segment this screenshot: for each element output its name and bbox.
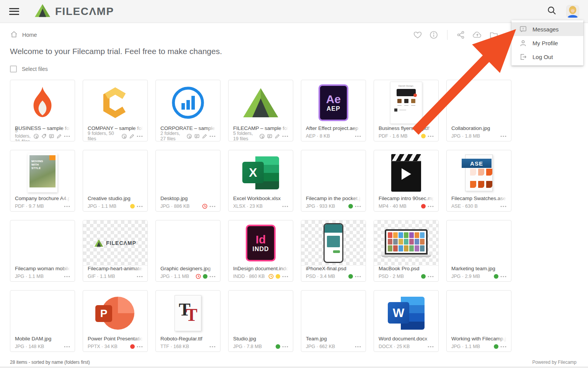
file-card[interactable]: Filecamp in the pocket.jpg JPG · 933 KB (301, 150, 366, 212)
more-actions-icon[interactable] (355, 135, 361, 137)
more-actions-icon[interactable] (355, 346, 361, 348)
powerpoint-file-icon: P (95, 295, 135, 331)
file-card[interactable]: Desktop.jpg JPG · 886 KB (155, 150, 220, 212)
more-actions-icon[interactable] (64, 276, 70, 278)
more-actions-icon[interactable] (500, 205, 506, 207)
file-status-actions (494, 344, 506, 349)
more-actions-icon[interactable] (282, 135, 288, 137)
font-file-icon: TT (175, 295, 201, 331)
tag-icon[interactable] (41, 133, 47, 139)
more-actions-icon[interactable] (500, 346, 506, 348)
file-thumbnail: MOVING WITH STYLE (10, 150, 75, 196)
more-actions-icon[interactable] (500, 276, 506, 278)
home-icon[interactable] (10, 30, 18, 40)
more-actions-icon[interactable] (428, 135, 434, 137)
palette-icon[interactable] (259, 133, 265, 139)
more-actions-icon[interactable] (355, 205, 361, 207)
file-card[interactable]: Graphic designers.jpg JPG · 1.1 MB (155, 220, 220, 282)
account-dropdown-menu: Messages My Profile Log Out (511, 20, 583, 66)
more-actions-icon[interactable] (137, 346, 143, 348)
file-status-actions (137, 276, 143, 278)
file-card[interactable]: Mobile DAM.jpg JPG · 148 KB (10, 290, 75, 352)
file-card[interactable]: Studio.jpg JPG · 7.8 MB (228, 290, 293, 352)
breadcrumb: Home (10, 30, 578, 40)
company-cube-icon (98, 85, 133, 120)
more-actions-icon[interactable] (137, 276, 143, 278)
comment-icon[interactable] (267, 133, 273, 139)
filecamp-logo[interactable]: FILECΛMP (34, 4, 114, 19)
file-card[interactable]: Filecamp intro 90sec.mp4 MP4 · 40 MB (374, 150, 439, 212)
more-actions-icon[interactable] (64, 135, 70, 137)
photo-thumbnail (234, 295, 288, 331)
file-card[interactable]: FILECAMP – sample folder 5 folders, 19 f… (228, 80, 293, 141)
file-card[interactable]: iPhoneX-final.psd PSD · 3.4 MB (301, 220, 366, 282)
file-card[interactable]: Working with Filecamp.jpg JPG · 1.1 MB (446, 290, 511, 352)
status-dot-yellow (421, 134, 426, 138)
file-meta: 2 folders, 27 files (160, 131, 186, 141)
info-icon[interactable] (429, 30, 438, 39)
more-actions-icon[interactable] (355, 276, 361, 278)
file-card[interactable]: COMPANY – sample folder 9 folders, 50 fi… (83, 80, 148, 141)
file-card[interactable]: Danish Design. Business flyers A4.pdf PD… (374, 80, 439, 141)
menu-item-messages[interactable]: Messages (511, 22, 583, 36)
file-card[interactable]: Creative studio.jpg JPG · 1.1 MB (83, 150, 148, 212)
file-card[interactable]: AeAEP After Effect project.aep AEP · 8 K… (301, 80, 366, 141)
more-actions-icon[interactable] (500, 135, 506, 137)
file-card[interactable]: ASE Filecamp Swatches.ase ASE · 630 B (446, 150, 511, 212)
more-actions-icon[interactable] (64, 346, 70, 348)
share-icon[interactable] (456, 30, 466, 39)
file-card[interactable]: FILECΛMP Filecamp-heart-animated.gif GIF… (83, 220, 148, 282)
upload-cloud-icon[interactable] (472, 30, 482, 39)
file-card[interactable]: IdINDD InDesign document.indd INDD · 860… (228, 220, 293, 282)
comment-icon[interactable] (194, 133, 200, 139)
select-files-checkbox[interactable] (10, 66, 17, 72)
comment-icon[interactable] (49, 133, 54, 139)
file-card[interactable]: W Word document.docx DOCX · 25 KB (374, 290, 439, 352)
more-actions-icon[interactable] (428, 205, 434, 207)
file-card[interactable]: Filecamp woman mobile.jpg JPG · 1.1 MB (10, 220, 75, 282)
file-card[interactable]: MacBook Pro.psd PSD · 2 MB (374, 220, 439, 282)
file-meta: TTF · 168 KB (160, 344, 189, 349)
menu-item-log-out[interactable]: Log Out (511, 50, 583, 64)
file-card[interactable]: P Power Point Presentation.pptx PPTX · 3… (83, 290, 148, 352)
more-actions-icon[interactable] (282, 205, 288, 207)
more-actions-icon[interactable] (209, 346, 216, 348)
palette-icon[interactable] (121, 133, 127, 139)
hamburger-menu-icon[interactable] (9, 8, 19, 15)
file-card[interactable]: BUSINESS – sample folder 5 folders, 31 f… (10, 80, 75, 141)
file-card[interactable]: Team.jpg JPG · 662 KB (301, 290, 366, 352)
palette-icon[interactable] (33, 133, 39, 139)
file-card[interactable]: TT Roboto-Regular.ttf TTF · 168 KB (155, 290, 220, 352)
more-actions-icon[interactable] (209, 135, 216, 137)
more-actions-icon[interactable] (64, 205, 70, 207)
file-status-actions (355, 135, 361, 137)
favorite-heart-icon[interactable] (413, 30, 422, 39)
more-actions-icon[interactable] (209, 205, 216, 207)
more-actions-icon[interactable] (209, 276, 216, 278)
pencil-icon[interactable] (274, 133, 280, 139)
file-card[interactable]: X Excel Workbook.xlsx XLSX · 23 KB (228, 150, 293, 212)
file-card[interactable]: Marketing team.jpg JPG · 2.9 MB (446, 220, 511, 282)
more-actions-icon[interactable] (137, 205, 143, 207)
more-actions-icon[interactable] (282, 346, 288, 348)
swatches-file-icon: ASE (465, 154, 493, 191)
pencil-icon[interactable] (129, 133, 135, 139)
more-actions-icon[interactable] (282, 276, 288, 278)
more-actions-icon[interactable] (137, 135, 143, 137)
status-dot-yellow (276, 274, 280, 279)
file-meta: ASE · 630 B (451, 204, 478, 209)
more-actions-icon[interactable] (428, 346, 434, 348)
file-card[interactable]: Collaboration.jpg JPG · 1.8 MB (446, 80, 511, 141)
more-actions-icon[interactable] (428, 276, 434, 278)
breadcrumb-home[interactable]: Home (22, 32, 37, 38)
download-folder-icon[interactable] (489, 30, 498, 39)
pencil-icon[interactable] (56, 133, 62, 139)
pencil-icon[interactable] (202, 133, 207, 139)
file-meta: PDF · 1.6 MB (379, 133, 408, 139)
avatar[interactable] (567, 5, 579, 18)
search-icon[interactable] (547, 6, 557, 17)
file-card[interactable]: CORPORATE – sample folder 2 folders, 27 … (155, 80, 220, 141)
menu-item-my-profile[interactable]: My Profile (511, 36, 583, 50)
palette-icon[interactable] (186, 133, 192, 139)
file-card[interactable]: MOVING WITH STYLE Company brochure A4.pd… (10, 150, 75, 212)
